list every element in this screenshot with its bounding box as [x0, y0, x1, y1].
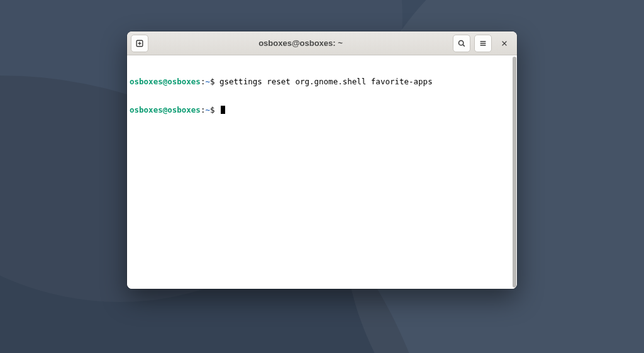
terminal-line: osboxes@osboxes:~$: [130, 105, 509, 115]
terminal-output[interactable]: osboxes@osboxes:~$ gsettings reset org.g…: [127, 55, 512, 289]
close-icon: [501, 40, 508, 47]
titlebar-right-group: [453, 35, 513, 52]
new-tab-button[interactable]: [131, 35, 148, 52]
prompt-path: ~: [205, 77, 210, 86]
terminal-scrollbar[interactable]: [512, 55, 517, 289]
terminal-command: gsettings reset org.gnome.shell favorite…: [219, 77, 433, 86]
search-button[interactable]: [453, 35, 470, 52]
window-titlebar[interactable]: osboxes@osboxes: ~: [127, 31, 517, 55]
prompt-user-host: osboxes@osboxes: [130, 105, 201, 115]
prompt-path: ~: [205, 105, 210, 115]
prompt-symbol: $: [210, 105, 219, 115]
menu-button[interactable]: [474, 35, 492, 52]
terminal-cursor: [221, 106, 225, 114]
svg-point-3: [458, 40, 463, 45]
close-button[interactable]: [496, 35, 513, 52]
terminal-line: osboxes@osboxes:~$ gsettings reset org.g…: [130, 77, 509, 86]
svg-line-4: [463, 44, 465, 46]
window-title: osboxes@osboxes: ~: [152, 38, 449, 48]
hamburger-menu-icon: [479, 39, 487, 48]
terminal-window: osboxes@osboxes: ~: [127, 31, 517, 289]
prompt-symbol: $: [210, 77, 219, 86]
terminal-body-wrap: osboxes@osboxes:~$ gsettings reset org.g…: [127, 55, 517, 289]
new-tab-icon: [135, 39, 144, 48]
prompt-user-host: osboxes@osboxes: [130, 77, 201, 86]
search-icon: [457, 39, 466, 48]
